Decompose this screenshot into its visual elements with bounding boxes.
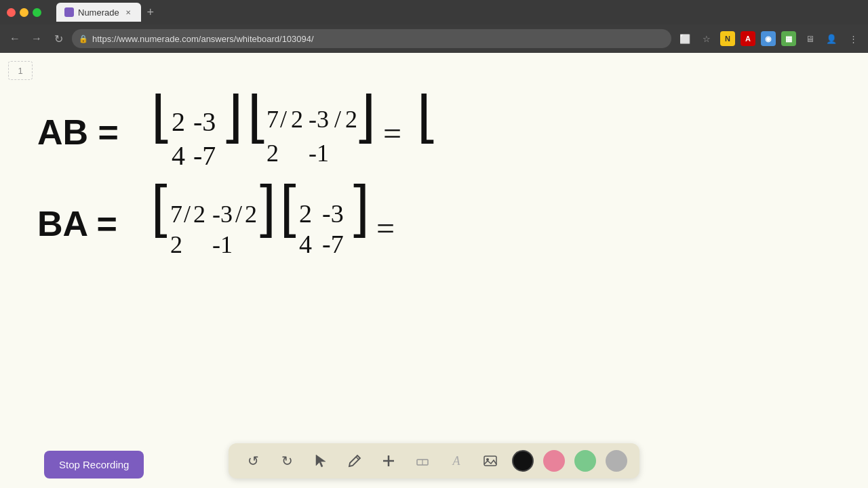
image-button[interactable] — [478, 449, 502, 473]
svg-text:2: 2 — [267, 140, 279, 167]
svg-text:]: ] — [226, 94, 243, 144]
forward-button[interactable]: → — [28, 30, 45, 47]
redo-button[interactable]: ↻ — [275, 449, 299, 473]
bottom-toolbar: ↺ ↻ — [229, 443, 639, 479]
svg-text:7: 7 — [267, 106, 279, 133]
svg-text:AB =: AB = — [37, 113, 119, 152]
svg-text:[: [ — [151, 94, 168, 144]
url-text: https://www.numerade.com/answers/whitebo… — [92, 34, 314, 44]
svg-text:BA =: BA = — [37, 204, 117, 243]
bookmark-button[interactable]: ☆ — [698, 30, 715, 47]
svg-text:2: 2 — [345, 106, 357, 133]
svg-text:7: 7 — [170, 201, 182, 228]
cast-button[interactable]: ⬜ — [677, 30, 693, 47]
menu-button[interactable]: ⋮ — [845, 30, 861, 47]
nav-icons: ⬜ ☆ N A ◉ ▦ 🖥 👤 ⋮ — [677, 30, 861, 47]
tab-title: Numerade — [78, 7, 119, 18]
stop-recording-button[interactable]: Stop Recording — [44, 451, 144, 479]
svg-text:]: ] — [353, 174, 370, 238]
svg-text:-3: -3 — [309, 106, 329, 133]
profile-button[interactable]: 👤 — [823, 30, 840, 47]
svg-text:-1: -1 — [212, 231, 233, 258]
svg-text:-1: -1 — [309, 140, 329, 167]
svg-text:/: / — [184, 201, 191, 228]
svg-text:-3: -3 — [322, 199, 344, 228]
add-button[interactable] — [376, 449, 401, 473]
content-area: 1 AB = [ 2 -3 4 -7 ] — [0, 53, 868, 488]
extension-icon-2[interactable]: A — [741, 31, 755, 46]
browser-frame: Numerade ✕ + ← → ↻ 🔒 https://www.numerad… — [0, 0, 868, 488]
title-bar: Numerade ✕ + — [0, 0, 868, 24]
svg-text:=: = — [383, 115, 401, 151]
traffic-lights — [7, 8, 41, 17]
tab-close-button[interactable]: ✕ — [123, 7, 133, 17]
svg-text:2: 2 — [172, 106, 185, 137]
svg-text:4: 4 — [299, 230, 312, 258]
svg-text:2: 2 — [170, 231, 182, 258]
monitor-button[interactable]: 🖥 — [802, 30, 818, 47]
svg-text:-7: -7 — [193, 140, 216, 171]
math-content: AB = [ 2 -3 4 -7 ] [ 7 — [37, 94, 458, 327]
refresh-button[interactable]: ↻ — [50, 30, 66, 47]
new-tab-button[interactable]: + — [141, 3, 160, 22]
active-tab[interactable]: Numerade ✕ — [56, 3, 141, 22]
svg-text:[: [ — [417, 94, 434, 144]
whiteboard[interactable]: 1 AB = [ 2 -3 4 -7 ] — [0, 53, 868, 488]
tab-bar: Numerade ✕ + — [51, 3, 861, 22]
extension-icon-3[interactable]: ◉ — [761, 31, 776, 46]
tab-favicon — [64, 7, 74, 17]
url-bar[interactable]: 🔒 https://www.numerade.com/answers/white… — [72, 29, 671, 48]
color-green-circle[interactable] — [574, 450, 596, 472]
svg-text:2: 2 — [291, 106, 303, 133]
svg-text:]: ] — [359, 94, 376, 144]
nav-bar: ← → ↻ 🔒 https://www.numerade.com/answers… — [0, 24, 868, 53]
svg-text:=: = — [376, 210, 395, 246]
svg-text:-7: -7 — [322, 230, 344, 258]
color-black[interactable] — [512, 450, 534, 472]
text-button[interactable]: A — [444, 449, 469, 473]
select-tool-button[interactable] — [309, 449, 333, 473]
minimize-button[interactable] — [20, 8, 28, 17]
lock-icon: 🔒 — [79, 35, 88, 43]
svg-text:4: 4 — [172, 140, 185, 171]
maximize-button[interactable] — [33, 8, 41, 17]
svg-text:[: [ — [151, 174, 167, 238]
svg-text:]: ] — [260, 174, 276, 238]
extension-icon-1[interactable]: N — [720, 31, 735, 46]
back-button[interactable]: ← — [7, 30, 23, 47]
svg-text:[: [ — [280, 174, 296, 238]
svg-text:2: 2 — [299, 199, 312, 228]
eraser-button[interactable] — [410, 449, 435, 473]
svg-text:-3: -3 — [193, 106, 216, 137]
svg-text:-3: -3 — [212, 201, 233, 228]
close-button[interactable] — [7, 8, 16, 17]
pen-tool-button[interactable] — [342, 449, 367, 473]
extension-icon-4[interactable]: ▦ — [781, 31, 796, 46]
page-number: 1 — [8, 61, 33, 80]
color-pink[interactable] — [543, 450, 565, 472]
svg-text:/: / — [334, 106, 341, 133]
color-gray[interactable] — [606, 450, 627, 472]
svg-text:/: / — [235, 201, 242, 228]
undo-button[interactable]: ↺ — [241, 449, 265, 473]
svg-text:/: / — [280, 106, 287, 133]
svg-text:[: [ — [248, 94, 264, 144]
svg-text:2: 2 — [193, 201, 205, 228]
svg-text:2: 2 — [245, 201, 257, 228]
